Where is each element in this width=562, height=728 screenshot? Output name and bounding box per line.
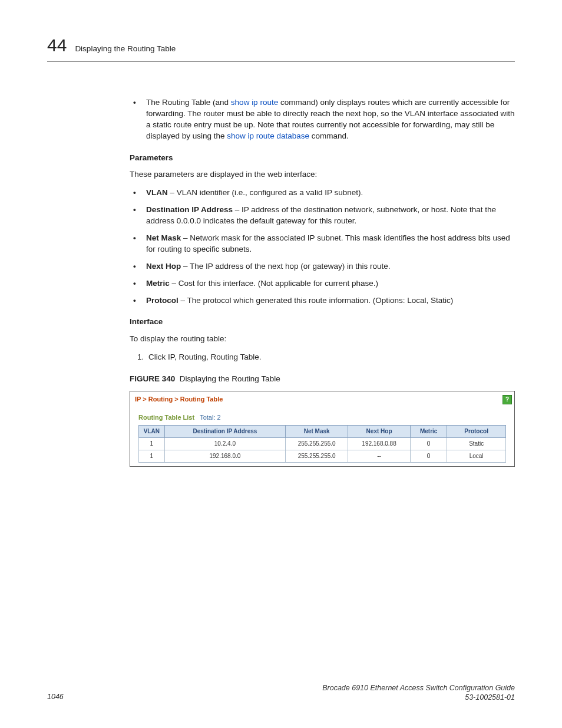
running-header: 44 Displaying the Routing Table <box>47 33 515 62</box>
param-desc: – Network mask for the associated IP sub… <box>146 233 510 253</box>
param-term: Protocol <box>146 296 178 305</box>
breadcrumb: IP > Routing > Routing Table <box>133 394 225 405</box>
col-header-mask: Net Mask <box>286 425 348 437</box>
cell-proto: Static <box>447 437 506 450</box>
param-desc: – Cost for this interface. (Not applicab… <box>170 279 378 288</box>
figure-title: Displaying the Routing Table <box>180 374 280 383</box>
figure-frame: IP > Routing > Routing Table ? Routing T… <box>130 391 515 467</box>
param-term: Metric <box>146 279 170 288</box>
body-content: The Routing Table (and show ip route com… <box>130 97 515 467</box>
param-protocol: Protocol – The protocol which generated … <box>130 295 515 307</box>
cell-metric: 0 <box>411 450 447 462</box>
routing-table-list-title: Routing Table List Total: 2 <box>138 413 513 422</box>
col-header-hop: Next Hop <box>348 425 411 437</box>
param-nexthop: Next Hop – The IP address of the next ho… <box>130 261 515 272</box>
cell-hop: -- <box>348 450 411 462</box>
intro-bullet-list: The Routing Table (and show ip route com… <box>130 97 515 142</box>
col-header-dest: Destination IP Address <box>164 425 286 437</box>
parameters-heading: Parameters <box>130 153 515 164</box>
param-term: Net Mask <box>146 233 181 242</box>
interface-heading: Interface <box>130 317 515 328</box>
param-vlan: VLAN – VLAN identifier (i.e., configured… <box>130 187 515 199</box>
intro-bullet: The Routing Table (and show ip route com… <box>130 97 515 142</box>
param-desc: – VLAN identifier (i.e., configured as a… <box>168 188 363 197</box>
figure-label: FIGURE 340 <box>130 374 175 383</box>
parameters-list: VLAN – VLAN identifier (i.e., configured… <box>130 187 515 306</box>
cell-proto: Local <box>447 450 506 462</box>
chapter-title: Displaying the Routing Table <box>75 44 176 55</box>
total-value: 2 <box>217 414 221 421</box>
cell-hop: 192.168.0.88 <box>348 437 411 450</box>
table-row: 1 10.2.4.0 255.255.255.0 192.168.0.88 0 … <box>139 437 506 450</box>
link-show-ip-route[interactable]: show ip route <box>231 98 278 107</box>
table-row: 1 192.168.0.0 255.255.255.0 -- 0 Local <box>139 450 506 462</box>
doc-number: 53-1002581-01 <box>322 693 515 702</box>
interface-intro: To display the routing table: <box>130 334 515 345</box>
routing-table: VLAN Destination IP Address Net Mask Nex… <box>138 425 506 463</box>
cell-vlan: 1 <box>139 450 165 462</box>
figure-caption: FIGURE 340 Displaying the Routing Table <box>130 374 515 385</box>
cell-metric: 0 <box>411 437 447 450</box>
text-fragment: command. <box>309 131 349 140</box>
link-show-ip-route-database[interactable]: show ip route database <box>227 131 309 140</box>
interface-step-1: Click IP, Routing, Routing Table. <box>146 352 515 363</box>
doc-info: Brocade 6910 Ethernet Access Switch Conf… <box>322 683 515 703</box>
interface-steps: Click IP, Routing, Routing Table. <box>130 352 515 363</box>
table-header-row: VLAN Destination IP Address Net Mask Nex… <box>139 425 506 437</box>
list-title-text: Routing Table List <box>138 414 194 421</box>
cell-dest: 192.168.0.0 <box>164 450 286 462</box>
col-header-vlan: VLAN <box>139 425 165 437</box>
cell-mask: 255.255.255.0 <box>286 437 348 450</box>
param-term: VLAN <box>146 188 168 197</box>
param-metric: Metric – Cost for this interface. (Not a… <box>130 278 515 289</box>
param-netmask: Net Mask – Network mask for the associat… <box>130 233 515 255</box>
param-desc: – The protocol which generated this rout… <box>178 296 454 305</box>
text-fragment: The Routing Table (and <box>146 98 231 107</box>
doc-title: Brocade 6910 Ethernet Access Switch Conf… <box>322 683 515 693</box>
col-header-metric: Metric <box>411 425 447 437</box>
cell-dest: 10.2.4.0 <box>164 437 286 450</box>
cell-vlan: 1 <box>139 437 165 450</box>
chapter-number: 44 <box>47 33 67 58</box>
cell-mask: 255.255.255.0 <box>286 450 348 462</box>
help-icon[interactable]: ? <box>503 395 512 404</box>
param-term: Next Hop <box>146 262 181 271</box>
page-footer: 1046 Brocade 6910 Ethernet Access Switch… <box>47 683 515 703</box>
parameters-intro: These parameters are displayed in the we… <box>130 169 515 180</box>
param-term: Destination IP Address <box>146 205 233 214</box>
param-dest-ip: Destination IP Address – IP address of t… <box>130 205 515 227</box>
page-number: 1046 <box>47 692 64 703</box>
param-desc: – The IP address of the next hop (or gat… <box>181 262 390 271</box>
total-label: Total: <box>200 414 215 421</box>
col-header-protocol: Protocol <box>447 425 506 437</box>
